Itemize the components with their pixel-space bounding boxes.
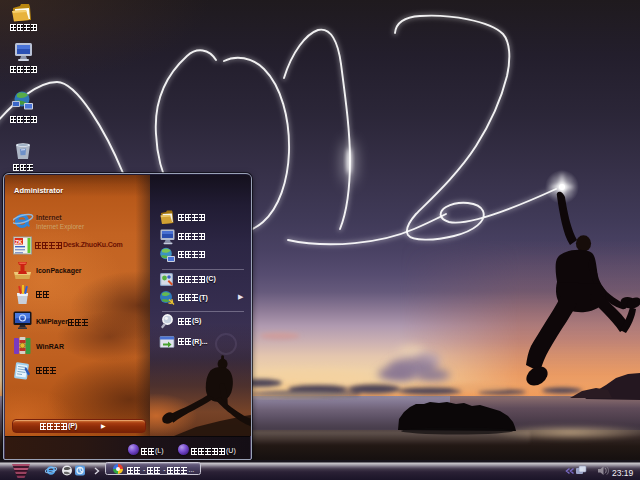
svg-text:ZK: ZK	[15, 239, 22, 245]
